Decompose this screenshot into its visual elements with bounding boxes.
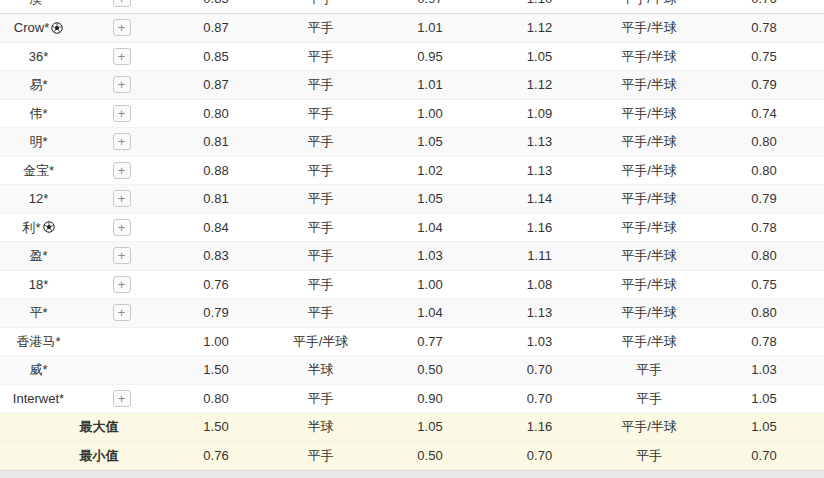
bookmaker-name: 澳* <box>29 0 47 5</box>
bookmaker-cell: 澳* <box>0 0 77 5</box>
odds-value: 0.70 <box>704 449 824 462</box>
odds-value: 1.01 <box>375 21 485 34</box>
bookmaker-cell: 金宝* <box>0 164 77 177</box>
odds-value: 1.13 <box>485 135 594 148</box>
odds-value: 0.78 <box>704 221 824 234</box>
odds-value: 1.05 <box>485 50 594 63</box>
odds-value: 1.03 <box>485 335 594 348</box>
handicap-value: 平手/半球 <box>594 50 704 63</box>
odds-value: 0.80 <box>704 164 824 177</box>
add-odds-button[interactable]: + <box>113 304 131 321</box>
bookmaker-cell: 利* <box>0 221 77 234</box>
bookmaker-name: Crow* <box>14 21 49 34</box>
bookmaker-name: 伟* <box>29 107 47 120</box>
odds-value: 1.00 <box>375 278 485 291</box>
odds-value: 0.84 <box>166 221 266 234</box>
odds-value: 1.50 <box>166 420 266 433</box>
table-row: 金宝* + 0.88 平手 1.02 1.13 平手/半球 0.80 <box>0 157 824 186</box>
table-row: 最小值 0.76 平手 0.50 0.70 平手 0.70 <box>0 442 824 471</box>
odds-value: 0.83 <box>166 249 266 262</box>
handicap-value: 平手 <box>266 21 375 34</box>
handicap-value: 平手 <box>266 135 375 148</box>
add-odds-button[interactable]: + <box>113 76 131 93</box>
bookmaker-cell: 伟* <box>0 107 77 120</box>
add-odds-cell: + <box>77 162 166 179</box>
odds-value: 0.80 <box>166 392 266 405</box>
bookmaker-cell: 易* <box>0 78 77 91</box>
odds-value: 0.81 <box>166 135 266 148</box>
odds-value: 1.01 <box>375 78 485 91</box>
odds-value: 1.09 <box>485 107 594 120</box>
table-row: 18* + 0.76 平手 1.00 1.08 平手/半球 0.75 <box>0 271 824 300</box>
table-row: 香港马* 1.00 平手/半球 0.77 1.03 平手/半球 0.78 <box>0 328 824 357</box>
table-row: 平* + 0.79 平手 1.04 1.13 平手/半球 0.80 <box>0 299 824 328</box>
odds-value: 0.80 <box>704 249 824 262</box>
handicap-value: 平手 <box>266 221 375 234</box>
add-odds-button[interactable]: + <box>113 48 131 65</box>
odds-value: 1.12 <box>485 21 594 34</box>
summary-label: 最大值 <box>0 420 166 433</box>
add-odds-button[interactable]: + <box>113 276 131 293</box>
add-odds-button[interactable]: + <box>113 19 131 36</box>
odds-value: 1.05 <box>704 392 824 405</box>
odds-value: 0.97 <box>375 0 485 5</box>
bookmaker-name: 36* <box>29 50 49 63</box>
bookmaker-cell: 平* <box>0 306 77 319</box>
odds-value: 0.75 <box>704 50 824 63</box>
odds-value: 1.14 <box>485 192 594 205</box>
horizontal-scrollbar[interactable] <box>0 470 824 478</box>
add-odds-button[interactable]: + <box>113 247 131 264</box>
bookmaker-name: 金宝* <box>23 164 54 177</box>
add-odds-button[interactable]: + <box>113 390 131 407</box>
odds-table-body: 澳* + 0.85 平手 0.97 1.10 平手/半球 0.76 Crow* … <box>0 0 824 470</box>
odds-value: 0.76 <box>166 278 266 291</box>
odds-value: 0.80 <box>704 306 824 319</box>
handicap-value: 平手/半球 <box>594 135 704 148</box>
handicap-value: 平手/半球 <box>594 249 704 262</box>
odds-value: 1.05 <box>375 420 485 433</box>
handicap-value: 平手 <box>266 78 375 91</box>
add-odds-button[interactable]: + <box>113 105 131 122</box>
table-row: 利* + 0.84 平手 1.04 1.16 平手/半球 0.78 <box>0 214 824 243</box>
bookmaker-cell: 18* <box>0 278 77 291</box>
table-row: 明* + 0.81 平手 1.05 1.13 平手/半球 0.80 <box>0 128 824 157</box>
odds-value: 0.79 <box>704 192 824 205</box>
handicap-value: 平手 <box>594 392 704 405</box>
add-odds-button[interactable]: + <box>113 133 131 150</box>
odds-value: 1.11 <box>485 249 594 262</box>
bookmaker-name: 平* <box>29 306 47 319</box>
add-odds-button[interactable]: + <box>113 162 131 179</box>
handicap-value: 平手/半球 <box>594 420 704 433</box>
odds-value: 0.50 <box>375 449 485 462</box>
add-odds-button[interactable]: + <box>113 219 131 236</box>
bookmaker-cell: 明* <box>0 135 77 148</box>
odds-value: 1.10 <box>485 0 594 5</box>
handicap-value: 平手/半球 <box>594 335 704 348</box>
handicap-value: 平手/半球 <box>594 278 704 291</box>
table-row: 36* + 0.85 平手 0.95 1.05 平手/半球 0.75 <box>0 43 824 72</box>
odds-value: 0.70 <box>485 392 594 405</box>
bookmaker-cell: 12* <box>0 192 77 205</box>
odds-value: 0.87 <box>166 78 266 91</box>
bookmaker-name: 明* <box>29 135 47 148</box>
soccer-ball-icon <box>43 221 55 233</box>
handicap-value: 平手 <box>594 363 704 376</box>
odds-value: 1.13 <box>485 164 594 177</box>
bookmaker-name: 最大值 <box>80 420 119 433</box>
add-odds-button[interactable]: + <box>113 0 131 7</box>
odds-value: 0.70 <box>485 363 594 376</box>
odds-value: 0.90 <box>375 392 485 405</box>
odds-value: 1.08 <box>485 278 594 291</box>
odds-value: 1.05 <box>704 420 824 433</box>
add-odds-button[interactable]: + <box>113 190 131 207</box>
handicap-value: 平手/半球 <box>594 0 704 5</box>
bookmaker-name: 香港马* <box>16 335 60 348</box>
odds-value: 1.13 <box>485 306 594 319</box>
odds-value: 0.78 <box>704 335 824 348</box>
odds-value: 1.16 <box>485 221 594 234</box>
handicap-value: 半球 <box>266 363 375 376</box>
odds-value: 1.12 <box>485 78 594 91</box>
add-odds-cell: + <box>77 390 166 407</box>
odds-value: 0.76 <box>704 0 824 5</box>
odds-value: 0.74 <box>704 107 824 120</box>
